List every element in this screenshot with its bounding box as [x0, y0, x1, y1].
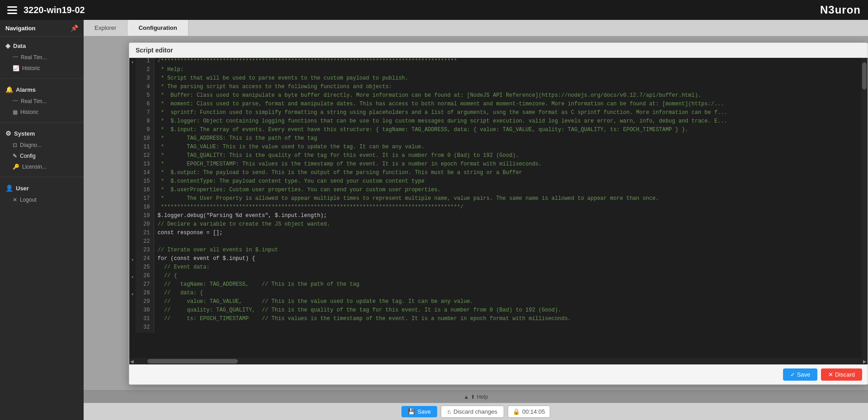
fold-indicator[interactable]: [129, 238, 136, 247]
sidebar: Navigation 📌 ◈ Data 〰 Real Tim... 📈 Hist…: [0, 20, 84, 420]
fold-indicator[interactable]: [129, 170, 136, 178]
fold-indicator[interactable]: ▾: [129, 255, 136, 264]
fold-indicator[interactable]: [129, 281, 136, 290]
fold-indicator[interactable]: [129, 92, 136, 101]
fold-indicator[interactable]: [129, 84, 136, 92]
line-code: * The User Property is allowed to appear…: [154, 195, 861, 204]
sidebar-item-licensing[interactable]: 🔑 Licensin...: [0, 161, 84, 172]
sidebar-item-diagnostics[interactable]: ⊡ Diagno...: [0, 140, 84, 151]
hscroll-thumb: [147, 359, 238, 363]
fold-indicator[interactable]: [129, 144, 136, 152]
fold-indicator[interactable]: [129, 230, 136, 238]
line-code: * Buffer: Class used to manipulate a byt…: [154, 92, 861, 101]
line-number: 32: [136, 324, 154, 333]
code-vscrollbar[interactable]: [861, 58, 868, 358]
table-row: 30 // quality: TAG_QUALITY, // This is t…: [129, 307, 861, 316]
system-section-label: System: [14, 130, 35, 137]
fold-indicator[interactable]: [129, 66, 136, 75]
line-code: [154, 324, 861, 333]
fold-indicator[interactable]: [129, 101, 136, 109]
table-row: 8 * $.logger: Object containing logging …: [129, 118, 861, 127]
sidebar-item-historic[interactable]: 📈 Historic: [0, 63, 84, 74]
fold-indicator[interactable]: [129, 316, 136, 324]
fold-indicator[interactable]: [129, 324, 136, 333]
fold-indicator[interactable]: ▾: [129, 273, 136, 281]
code-scroll[interactable]: ▾1/*************************************…: [129, 58, 861, 358]
sidebar-section-title-system[interactable]: ⚙ System: [0, 127, 84, 140]
fold-indicator[interactable]: [129, 127, 136, 135]
line-number: 8: [136, 118, 154, 127]
alarms-section-icon: 🔔: [5, 86, 13, 93]
table-row: 10 * TAG_ADDRESS: This is the path of th…: [129, 135, 861, 144]
line-code: * TAG_VALUE: This is the value used to u…: [154, 144, 861, 152]
fold-indicator[interactable]: [129, 75, 136, 84]
line-number: 28: [136, 290, 154, 298]
line-code: const response = [];: [154, 230, 861, 238]
line-number: 10: [136, 135, 154, 144]
fold-indicator[interactable]: [129, 247, 136, 255]
sidebar-section-data: ◈ Data 〰 Real Tim... 📈 Historic: [0, 37, 84, 76]
fold-indicator[interactable]: ▾: [129, 58, 136, 66]
table-row: 15 * $.contentType: The payload content …: [129, 178, 861, 187]
table-row: 22: [129, 238, 861, 247]
fold-indicator[interactable]: [129, 135, 136, 144]
line-number: 21: [136, 230, 154, 238]
modal-discard-button[interactable]: ✕ Discard: [821, 368, 862, 381]
line-number: 30: [136, 307, 154, 316]
line-number: 11: [136, 144, 154, 152]
fold-indicator[interactable]: [129, 212, 136, 221]
fold-indicator[interactable]: [129, 264, 136, 273]
sidebar-section-title-data[interactable]: ◈ Data: [0, 39, 84, 52]
sidebar-section-title-user[interactable]: 👤 User: [0, 182, 84, 194]
sidebar-item-realtime[interactable]: 〰 Real Tim...: [0, 52, 84, 63]
table-row: 25 // Event data:: [129, 264, 861, 273]
table-row: 20// Declare a variable to create the JS…: [129, 221, 861, 230]
fold-indicator[interactable]: [129, 221, 136, 230]
table-row: 27 // tagName: TAG_ADDRESS, // This is t…: [129, 281, 861, 290]
fold-indicator[interactable]: [129, 161, 136, 170]
fold-indicator[interactable]: [129, 307, 136, 316]
modal-save-button[interactable]: ✓ Save: [783, 368, 817, 381]
fold-indicator[interactable]: [129, 204, 136, 212]
table-row: 19$.logger.debug("Parsing %d events", $.…: [129, 212, 861, 221]
hamburger-icon[interactable]: [7, 6, 17, 14]
table-row: 16 * $.userProperties: Custom user prope…: [129, 187, 861, 195]
line-number: 9: [136, 127, 154, 135]
table-row: 11 * TAG_VALUE: This is the value used t…: [129, 144, 861, 152]
code-table: ▾1/*************************************…: [129, 58, 861, 333]
fold-indicator[interactable]: [129, 195, 136, 204]
user-section-icon: 👤: [5, 184, 13, 192]
fold-indicator[interactable]: ▾: [129, 290, 136, 298]
toolbar-save-button[interactable]: 💾 Save: [401, 406, 437, 417]
sidebar-item-config[interactable]: ✎ Config: [0, 151, 84, 161]
table-row: 32: [129, 324, 861, 333]
line-code: $.logger.debug("Parsing %d events", $.in…: [154, 212, 861, 221]
line-number: 31: [136, 316, 154, 324]
line-code: * Script that will be used to parse even…: [154, 75, 861, 84]
line-number: 23: [136, 247, 154, 255]
fold-indicator[interactable]: [129, 109, 136, 118]
pin-icon[interactable]: 📌: [71, 24, 78, 32]
toolbar-discard-button[interactable]: ⎌ Discard changes: [441, 406, 504, 418]
tab-configuration[interactable]: Configuration: [127, 20, 188, 36]
fold-indicator[interactable]: [129, 298, 136, 307]
line-code: * $.contentType: The payload content typ…: [154, 178, 861, 187]
line-code: * TAG_QUALITY: This is the quality of th…: [154, 152, 861, 161]
tab-explorer[interactable]: Explorer: [84, 20, 127, 36]
fold-indicator[interactable]: [129, 118, 136, 127]
fold-indicator[interactable]: [129, 178, 136, 187]
tab-bar: Explorer Configuration: [84, 20, 868, 36]
sidebar-item-alarms-historic[interactable]: ▦ Historic: [0, 107, 84, 118]
table-row: 13 * EPOCH_TIMESTAMP: This values is the…: [129, 161, 861, 170]
sidebar-section-title-alarms[interactable]: 🔔 Alarms: [0, 83, 84, 96]
fold-indicator[interactable]: [129, 187, 136, 195]
fold-indicator[interactable]: [129, 152, 136, 161]
code-hscrollbar[interactable]: ◀ ▶: [129, 358, 868, 364]
bottom-toolbar: 💾 Save ⎌ Discard changes 🔒 00:14:05: [84, 403, 868, 420]
line-code: // Iterate over all events in $.input: [154, 247, 861, 255]
sidebar-item-logout[interactable]: ✕ Logout: [0, 194, 84, 205]
table-row: 4 * The parsing script has access to the…: [129, 84, 861, 92]
sidebar-item-alarms-realtime[interactable]: 〰 Real Tim...: [0, 96, 84, 107]
content-area: Explorer Configuration Script editor: [84, 20, 868, 420]
line-number: 4: [136, 84, 154, 92]
